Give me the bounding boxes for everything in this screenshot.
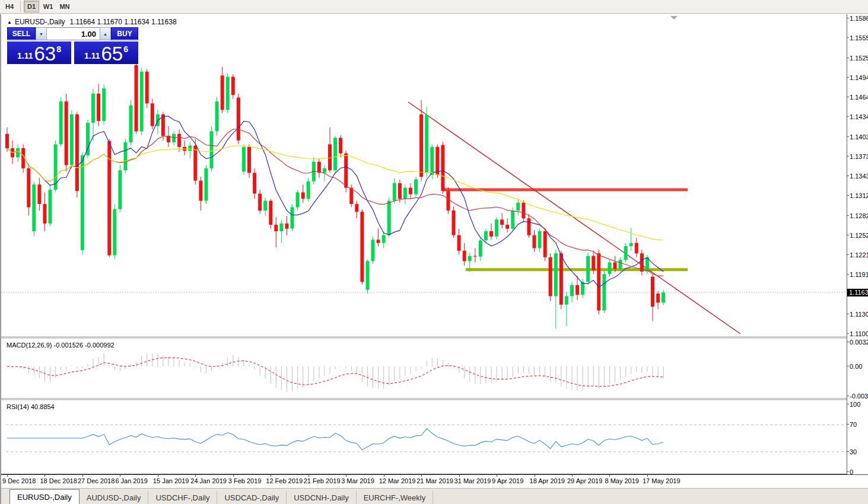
macd-axis-label: -0.003651	[850, 393, 868, 400]
timeframe-button-mn[interactable]: MN	[57, 1, 72, 12]
date-tick	[82, 475, 83, 477]
price-axis-label: 1.11910	[850, 271, 868, 278]
date-tick	[647, 475, 648, 477]
timeframe-toolbar: H4D1W1MN	[0, 0, 868, 14]
date-axis-label: 9 Apr 2019	[492, 477, 523, 484]
chart-window: ▲EURUSD-,Daily1.11664 1.11670 1.11634 1.…	[0, 14, 868, 504]
chart-tab-usdcnh-daily[interactable]: USDCNH-,Daily	[287, 491, 356, 504]
macd-indicator-label: MACD(12,26,9) -0.001526 -0.000992	[7, 342, 115, 349]
price-axis-label: 1.14645	[850, 94, 868, 101]
chart-tab-usdcad-daily[interactable]: USDCAD-,Daily	[217, 491, 287, 504]
price-chart-canvas[interactable]	[1, 14, 847, 474]
sell-price-display[interactable]: 1.11 63 8	[7, 42, 71, 64]
price-axis-label: 1.11000	[850, 330, 868, 337]
date-axis-label: 8 May 2019	[605, 477, 638, 484]
chart-tab-eurusd-daily[interactable]: EURUSD-,Daily	[9, 489, 80, 504]
date-tick	[158, 475, 158, 477]
price-axis-label: 1.12215	[850, 251, 868, 259]
date-tick	[572, 475, 573, 477]
price-axis-label: 1.13125	[850, 192, 868, 199]
date-axis-label: 21 Mar 2019	[416, 477, 453, 484]
buy-price-base: 1.11	[84, 51, 100, 60]
date-axis-label: 17 May 2019	[643, 477, 681, 484]
macd-histogram	[7, 353, 663, 392]
date-axis-label: 21 Feb 2019	[304, 477, 341, 484]
sell-price-base: 1.11	[17, 51, 33, 60]
volume-input[interactable]	[47, 28, 100, 40]
price-axis-label: 1.12820	[850, 212, 868, 219]
rsi-axis-label: 70	[850, 421, 857, 428]
date-axis-label: 18 Apr 2019	[530, 477, 565, 484]
rsi-axis-label: 30	[850, 448, 857, 455]
price-axis-label: 1.14035	[850, 133, 868, 141]
date-tick	[44, 475, 45, 477]
date-tick	[459, 475, 460, 477]
price-axis-label: 1.11305	[850, 311, 868, 318]
price-axis-label: 1.12520	[850, 232, 868, 239]
toolbar-separator	[20, 1, 21, 12]
date-tick	[609, 475, 610, 477]
rsi-axis-label: 100	[850, 401, 860, 408]
date-tick	[195, 475, 196, 477]
date-axis-label: 12 Feb 2019	[266, 477, 303, 484]
price-axis-label: 1.13735	[850, 153, 868, 160]
date-tick	[233, 475, 234, 477]
buy-price-big: 65	[101, 46, 123, 62]
volume-increase-button[interactable]: ▲	[100, 27, 111, 40]
buy-button[interactable]: BUY	[111, 27, 138, 40]
date-tick	[497, 475, 497, 477]
date-axis-label: 18 Dec 2018	[40, 477, 77, 484]
chart-tab-eurchf-weekly[interactable]: EURCHF-,Weekly	[357, 491, 434, 504]
macd-axis-label: 0.00	[850, 363, 862, 370]
collapse-chart-icon[interactable]: ▲	[7, 20, 12, 25]
date-tick	[309, 475, 309, 477]
volume-decrease-button[interactable]: ▼	[36, 27, 47, 40]
chart-tab-bar: EURUSD-,DailyAUDUSD-,DailyUSDCHF-,DailyU…	[1, 488, 868, 504]
date-axis-label: 3 Feb 2019	[228, 477, 262, 484]
date-tick	[271, 475, 271, 477]
date-axis[interactable]: 9 Dec 201818 Dec 201827 Dec 20186 Jan 20…	[1, 474, 868, 488]
timeframe-button-h4[interactable]: H4	[2, 1, 17, 12]
macd-axis-label: 0.003287	[850, 339, 868, 346]
buy-price-display[interactable]: 1.11 65 6	[74, 42, 138, 64]
date-axis-label: 15 Jan 2019	[153, 477, 189, 484]
chart-ohlc-values: 1.11664 1.11670 1.11634 1.11638	[70, 18, 177, 26]
price-axis-label: 1.14340	[850, 113, 868, 120]
date-axis-label: 24 Jan 2019	[190, 477, 227, 484]
sell-button[interactable]: SELL	[7, 27, 36, 40]
rsi-line	[7, 429, 663, 450]
one-click-trade-panel: SELL ▼ ▲ BUY 1.11 63 8 1.11 65 6	[7, 27, 138, 64]
date-axis-label: 31 Mar 2019	[454, 477, 491, 484]
date-axis-label: 12 Mar 2019	[379, 477, 416, 484]
current-price-badge: 1.11638	[847, 289, 868, 296]
trading-terminal: H4D1W1MN ▲EURUSD-,Daily1.11664 1.11670 1…	[0, 0, 868, 504]
date-axis-label: 9 Dec 2018	[2, 477, 36, 484]
sell-price-pip: 8	[56, 44, 61, 54]
date-tick	[535, 475, 535, 477]
buy-price-pip: 6	[123, 44, 128, 54]
scroll-to-end-icon	[670, 16, 678, 20]
date-tick	[120, 475, 120, 477]
price-axis-label: 1.15555	[850, 34, 868, 42]
date-tick	[421, 475, 422, 477]
chart-symbol-label: EURUSD-,Daily	[15, 18, 65, 26]
price-axis-label: 1.14945	[850, 74, 868, 81]
chart-title: ▲EURUSD-,Daily1.11664 1.11670 1.11634 1.…	[7, 18, 177, 26]
date-axis-label: 3 Mar 2019	[341, 477, 374, 484]
price-axis-label: 1.13430	[850, 173, 868, 180]
timeframe-button-w1[interactable]: W1	[40, 1, 56, 12]
price-axis-label: 1.15860	[850, 15, 868, 22]
trendline	[408, 102, 740, 334]
date-axis-label: 29 Apr 2019	[567, 477, 602, 484]
date-tick	[384, 475, 384, 477]
date-tick	[7, 475, 8, 477]
candlesticks	[5, 64, 665, 329]
price-axis-label: 1.15250	[850, 55, 868, 62]
timeframe-button-d1[interactable]: D1	[24, 1, 39, 12]
price-axis[interactable]: 1.158601.155551.152501.149451.146451.143…	[847, 14, 868, 474]
chart-tab-audusd-daily[interactable]: AUDUSD-,Daily	[80, 491, 149, 504]
date-axis-label: 6 Jan 2019	[115, 477, 147, 484]
date-tick	[346, 475, 346, 477]
chart-tab-usdchf-daily[interactable]: USDCHF-,Daily	[148, 491, 217, 504]
sell-price-big: 63	[34, 46, 56, 62]
